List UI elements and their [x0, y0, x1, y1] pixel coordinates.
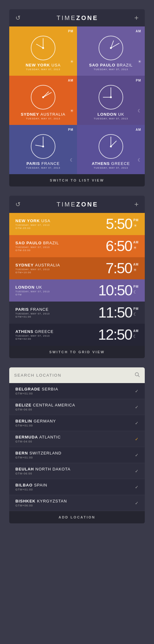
- list-ampm-athens: AM: [133, 329, 139, 333]
- loc-name-bern: BERN SWITZERLAND: [15, 451, 62, 455]
- sun-icon-new-york: ☀: [70, 59, 74, 64]
- check-icon-bilbao: ✓: [135, 485, 139, 490]
- date-new-york: TUESDAY, MAY 07, 2013: [26, 68, 60, 71]
- check-icon-beulah: ✓: [135, 469, 139, 474]
- grid-cell-athens[interactable]: AM ☾ ATHENS GREECE TUESDAY, MAY 07, 2013: [77, 125, 145, 174]
- date-sao-paulo: TUESDAY, MAY 07, 2013: [94, 68, 128, 71]
- grid-cell-sao-paulo[interactable]: AM ☀ SAO PAULO BRAZIL TUESDAY, MAY 07, 2…: [77, 26, 145, 76]
- list-ampm-icon-new-york: PM ☀: [133, 218, 139, 228]
- list-gtm-paris: GTM+01:00: [15, 315, 50, 318]
- loc-name-bishkek: BISHKEK KYRGYZSTAN: [15, 499, 67, 503]
- list-date-sao-paulo: TUESDAY, MAY 07, 2013: [15, 246, 59, 249]
- list-city-athens: ATHENS GREECE: [15, 329, 54, 334]
- grid-view-app: ↺ TIMEZONE + PM ☀ NEW YORK USA TUESDAY, …: [9, 9, 145, 186]
- refresh-icon-list[interactable]: ↺: [15, 201, 21, 208]
- loc-gtm-bilbao: GTM+01:00: [15, 488, 47, 491]
- switch-to-list-button[interactable]: SWITCH TO LIST VIEW: [9, 174, 145, 186]
- list-time-sao-paulo: 6:50: [106, 239, 132, 254]
- clock-paris: [31, 134, 55, 159]
- location-item-belize[interactable]: BELIZE CENTRAL AMERICA GTM-06:00 ✓: [9, 399, 145, 415]
- add-location-button[interactable]: ADD LOCATION: [9, 511, 145, 523]
- loc-gtm-bermuda: GTM-04:00: [15, 440, 61, 443]
- search-input[interactable]: [14, 373, 131, 378]
- add-button-grid[interactable]: +: [134, 14, 139, 22]
- list-date-athens: TUESDAY, MAY 07, 2013: [15, 334, 54, 337]
- list-item-sao-paulo[interactable]: SAO PAULO BRAZIL TUESDAY, MAY 07, 2013 G…: [9, 235, 145, 257]
- clock-sydney: [31, 85, 55, 110]
- location-item-beulah[interactable]: BEULAH NORTH DAKOTA GTM-06:00 ✓: [9, 463, 145, 479]
- list-ampm-london: PM: [133, 285, 139, 288]
- list-item-paris[interactable]: PARIS FRANCE TUESDAY, MAY 07, 2013 GTM+0…: [9, 302, 145, 324]
- sun-icon-list-sao-paulo: ☀: [133, 245, 137, 250]
- list-time-paris: 11:50: [98, 305, 132, 320]
- grid-cell-new-york[interactable]: PM ☀ NEW YORK USA TUESDAY, MAY 07, 2013: [9, 26, 77, 76]
- search-icon: [134, 372, 140, 379]
- refresh-icon[interactable]: ↺: [15, 14, 21, 22]
- list-item-left-athens: ATHENS GREECE TUESDAY, MAY 07, 2013 GTM+…: [15, 329, 54, 340]
- list-time-wrapper-sydney: 7:50 AM ☀: [106, 261, 139, 276]
- list-ampm-icon-london: PM ☾: [133, 285, 139, 294]
- check-icon-belgrade: ✓: [135, 389, 139, 394]
- svg-line-1: [138, 375, 139, 377]
- clock-new-york: [31, 36, 55, 60]
- city-name-sao-paulo: SAO PAULO BRAZIL: [89, 63, 132, 67]
- ampm-london: PM: [136, 79, 141, 82]
- list-ampm-paris: PM: [133, 307, 139, 310]
- grid-cells: PM ☀ NEW YORK USA TUESDAY, MAY 07, 2013 …: [9, 26, 145, 174]
- list-gtm-sao-paulo: GTM-03:00: [15, 249, 59, 252]
- list-ampm-icon-athens: AM ☾: [133, 329, 139, 339]
- list-item-london[interactable]: LONDON UK TUESDAY, MAY 07, 2013 GTM 10:5…: [9, 279, 145, 302]
- clock-london: [99, 85, 123, 110]
- location-item-bermuda[interactable]: BERMUDA ATLANTIC GTM-04:00 ✓: [9, 431, 145, 447]
- loc-gtm-bishkek: GTM+06:00: [15, 504, 67, 507]
- switch-to-grid-button[interactable]: SWITCH TO GRID VIEW: [9, 346, 145, 358]
- list-item-athens[interactable]: ATHENS GREECE TUESDAY, MAY 07, 2013 GTM+…: [9, 324, 145, 346]
- list-item-left-new-york: NEW YORK USA TUESDAY, MAY 07, 2013 GTM-0…: [15, 218, 51, 230]
- ampm-sao-paulo: AM: [136, 30, 141, 33]
- list-date-sydney: TUESDAY, MAY 07, 2013: [15, 268, 60, 271]
- loc-name-belgrade: BELGRADE SERBIA: [15, 387, 58, 391]
- location-item-berlin[interactable]: BERLIN GERMANY GTM+01:00 ✓: [9, 415, 145, 431]
- list-item-new-york[interactable]: NEW YORK USA TUESDAY, MAY 07, 2013 GTM-0…: [9, 213, 145, 235]
- sun-icon-sao-paulo: ☀: [138, 59, 142, 64]
- loc-gtm-belize: GTM-06:00: [15, 408, 75, 411]
- moon-icon-paris: ☾: [70, 158, 74, 162]
- location-item-bern[interactable]: BERN SWITZERLAND GTM+01:00 ✓: [9, 447, 145, 463]
- list-city-paris: PARIS FRANCE: [15, 307, 50, 312]
- add-button-list[interactable]: +: [134, 200, 139, 209]
- loc-gtm-beulah: GTM-06:00: [15, 472, 71, 475]
- location-item-belgrade[interactable]: BELGRADE SERBIA GTM+01:00 ✓: [9, 383, 145, 399]
- clock-athens: [99, 134, 123, 159]
- list-time-wrapper-new-york: 5:50 PM ☀: [106, 217, 139, 231]
- loc-name-bermuda: BERMUDA ATLANTIC: [15, 435, 61, 439]
- list-item-left-paris: PARIS FRANCE TUESDAY, MAY 07, 2013 GTM+0…: [15, 307, 50, 318]
- city-name-london: LONDON UK: [97, 112, 124, 117]
- location-item-bishkek[interactable]: BISHKEK KYRGYZSTAN GTM+06:00 ✓: [9, 495, 145, 511]
- loc-name-belize: BELIZE CENTRAL AMERICA: [15, 403, 75, 407]
- check-icon-belize: ✓: [135, 405, 139, 410]
- grid-cell-london[interactable]: PM ☾ LONDON UK TUESDAY, MAY 07, 2013: [77, 76, 145, 125]
- grid-cell-paris[interactable]: PM ☾ PARIS FRANCE TUESDAY, MAY 07, 2013: [9, 125, 77, 174]
- list-date-paris: TUESDAY, MAY 07, 2013: [15, 312, 50, 315]
- list-item-left-sao-paulo: SAO PAULO BRAZIL TUESDAY, MAY 07, 2013 G…: [15, 241, 59, 252]
- list-view-app: ↺ TIMEZONE + NEW YORK USA TUESDAY, MAY 0…: [9, 196, 145, 358]
- check-icon-bishkek: ✓: [135, 501, 139, 506]
- app-header-list: ↺ TIMEZONE +: [9, 196, 145, 213]
- list-gtm-new-york: GTM-05:00: [15, 227, 51, 230]
- ampm-new-york: PM: [68, 30, 73, 33]
- city-name-new-york: NEW YORK USA: [26, 63, 61, 67]
- location-item-bilbao[interactable]: BILBAO SPAIN GTM+01:00 ✓: [9, 479, 145, 495]
- ampm-athens: AM: [136, 128, 141, 131]
- list-gtm-sydney: GTM+10:00: [15, 271, 60, 274]
- list-date-london: TUESDAY, MAY 07, 2013: [15, 290, 50, 293]
- date-sydney: TUESDAY, MAY 07, 2013: [26, 117, 60, 120]
- check-icon-bern: ✓: [135, 453, 139, 458]
- list-item-left-london: LONDON UK TUESDAY, MAY 07, 2013 GTM: [15, 285, 50, 296]
- grid-cell-sydney[interactable]: AM ☀ SYDNEY AUSTRALIA TUESDAY, MAY 07, 2…: [9, 76, 77, 125]
- list-item-left-sydney: SYDNEY AUSTRALIA TUESDAY, MAY 07, 2013 G…: [15, 263, 60, 274]
- list-city-sydney: SYDNEY AUSTRALIA: [15, 263, 60, 267]
- city-name-athens: ATHENS GREECE: [92, 161, 130, 166]
- ampm-sydney: AM: [68, 79, 73, 82]
- list-item-sydney[interactable]: SYDNEY AUSTRALIA TUESDAY, MAY 07, 2013 G…: [9, 257, 145, 279]
- list-city-new-york: NEW YORK USA: [15, 218, 51, 223]
